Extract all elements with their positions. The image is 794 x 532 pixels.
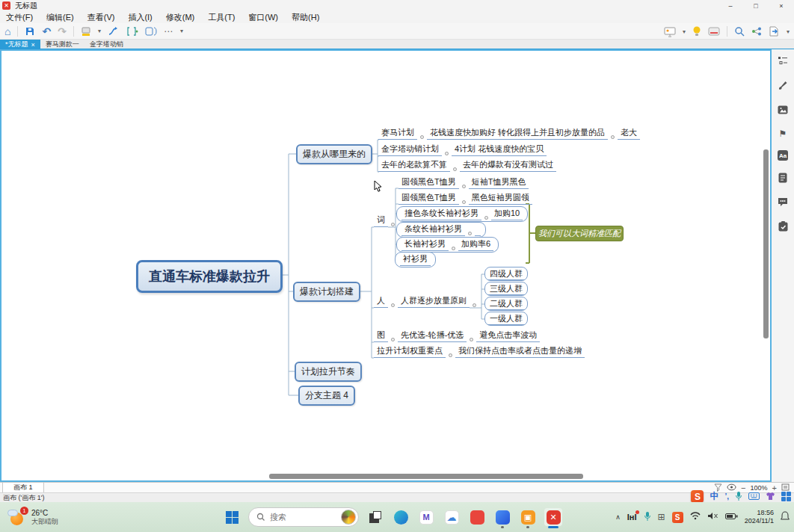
branch-topic-4[interactable]: 分支主题 4 [298, 386, 355, 406]
horizontal-scrollbar[interactable] [269, 474, 583, 479]
mic-icon[interactable] [735, 491, 742, 503]
export-caret[interactable]: ▾ [787, 28, 790, 35]
branch-topic-source[interactable]: 爆款从哪里来的 [296, 144, 372, 164]
skin-shirt-icon[interactable] [766, 492, 775, 502]
topic-people[interactable]: 人 [374, 295, 388, 308]
taskbar-search[interactable] [248, 507, 359, 527]
weather-widget[interactable]: 1 26°C 大部晴朗 [7, 508, 58, 526]
menu-help[interactable]: 帮助(H) [292, 12, 319, 23]
topic[interactable]: 去年的老款算不算 [378, 159, 450, 172]
volume-muted-icon[interactable] [707, 512, 718, 522]
central-topic[interactable]: 直通车标准爆款拉升 [136, 260, 283, 293]
expand-dot[interactable] [468, 232, 472, 235]
menu-insert[interactable]: 插入(I) [128, 12, 152, 23]
relationship-icon[interactable] [108, 25, 120, 38]
topic[interactable]: 赛马计划 [378, 127, 417, 140]
presentation-icon[interactable] [664, 25, 676, 38]
topic-word[interactable]: 词 [374, 214, 388, 227]
topic[interactable]: 拉升计划权重要点 [374, 345, 446, 358]
blue-app-icon[interactable] [493, 508, 511, 526]
tab-jinzita[interactable]: 金字塔动销 [84, 40, 129, 49]
outline-icon[interactable] [778, 55, 788, 68]
idea-bulb-icon[interactable] [692, 25, 701, 38]
fill-color-caret[interactable]: ▾ [98, 28, 101, 34]
topic[interactable]: 长袖衬衫男 [401, 238, 449, 251]
audience-level-box[interactable]: 二级人群 [484, 297, 528, 311]
red-app-icon[interactable] [468, 508, 486, 526]
home-icon[interactable]: ⌂ [4, 25, 10, 38]
search-highlight-image[interactable] [341, 510, 356, 525]
orange-app-icon[interactable]: ▣ [519, 508, 537, 526]
topic[interactable]: 花钱速度快加购好 转化跟得上并且初步放量的品 [427, 127, 608, 140]
note-icon[interactable] [778, 173, 788, 185]
tray-m-icon[interactable]: IнI [627, 513, 637, 522]
close-button[interactable]: × [769, 0, 794, 11]
more-tools-caret[interactable]: ▾ [180, 28, 183, 34]
m-app-icon[interactable]: M [417, 508, 435, 526]
topic[interactable]: 圆领黑色T恤男 [398, 192, 459, 205]
more-tools-icon[interactable]: ⋯ [164, 25, 173, 38]
summary-callout[interactable]: 我们可以大词精准匹配 [535, 226, 624, 241]
vertical-scrollbar[interactable] [763, 149, 769, 338]
clock[interactable]: 18:56 2024/11/1 [745, 509, 774, 526]
topic[interactable]: 先优选-轮播-优选 [398, 330, 467, 342]
font-icon[interactable]: Aa [778, 150, 788, 161]
expand-dot[interactable] [484, 216, 488, 220]
topic[interactable]: 金字塔动销计划 [378, 143, 442, 156]
presentation-caret[interactable]: ▾ [683, 28, 686, 35]
task-icon[interactable] [778, 221, 788, 234]
cloud-app-icon[interactable]: ☁ [443, 508, 461, 526]
tab-saima[interactable]: 赛马测款一 [40, 40, 84, 49]
summary-icon[interactable] [126, 25, 138, 38]
sogou-toolbox-icon[interactable] [781, 492, 791, 501]
tray-sogou-icon[interactable]: S [672, 512, 683, 523]
tab-close-icon[interactable]: × [31, 41, 35, 49]
topic[interactable]: 黑色短袖男圆领 [469, 192, 532, 205]
topic[interactable]: 衬衫男 [400, 253, 431, 266]
audience-level-box[interactable]: 一级人群 [484, 312, 528, 326]
topic[interactable]: 我们保持点击率或者点击量的递增 [455, 345, 585, 358]
branch-topic-rhythm[interactable]: 计划拉升节奏 [295, 362, 362, 382]
menu-window[interactable]: 窗口(W) [248, 12, 278, 23]
format-brush-icon[interactable] [778, 80, 788, 93]
expand-dot[interactable] [452, 247, 455, 250]
wifi-icon[interactable] [690, 512, 701, 522]
search-input[interactable] [270, 513, 330, 522]
menu-modify[interactable]: 修改(M) [166, 12, 195, 23]
edge-browser-icon[interactable] [392, 508, 410, 526]
topic[interactable]: 条纹长袖衬衫男 [401, 223, 465, 236]
topic[interactable] [475, 234, 481, 236]
topic[interactable]: 老大 [618, 127, 640, 140]
menu-view[interactable]: 查看(V) [87, 12, 115, 23]
topic[interactable]: 去年的爆款有没有测试过 [460, 159, 556, 172]
punctuation-icon[interactable]: ’, [724, 492, 729, 501]
topic-image[interactable]: 图 [374, 330, 388, 342]
expand-dot[interactable] [445, 152, 449, 155]
maximize-button[interactable]: □ [743, 0, 769, 11]
tray-capture-icon[interactable]: ⊞ [658, 512, 665, 522]
image-icon[interactable] [778, 105, 788, 117]
expand-dot[interactable] [611, 135, 615, 139]
canvas-tab[interactable]: 画布 1 [2, 483, 44, 492]
tray-mic-icon[interactable] [644, 511, 651, 524]
save-icon[interactable] [25, 25, 35, 38]
share-icon[interactable] [751, 25, 762, 38]
expand-dot[interactable] [473, 303, 476, 307]
comment-icon[interactable] [778, 197, 788, 209]
keyboard-icon[interactable] [748, 492, 760, 501]
boundary-icon[interactable] [145, 25, 157, 38]
topic[interactable]: 圆领黑色T恤男 [398, 176, 459, 189]
topic[interactable]: 避免点击率波动 [476, 330, 540, 342]
minimize-button[interactable]: – [718, 0, 743, 11]
menu-tools[interactable]: 工具(T) [208, 12, 235, 23]
banner-icon[interactable] [708, 25, 720, 38]
topic[interactable]: 加购10 [491, 208, 523, 220]
expand-dot[interactable] [470, 338, 473, 341]
topic[interactable]: 短袖T恤男黑色 [469, 176, 529, 189]
tab-untitled[interactable]: *无标题 × [0, 40, 40, 49]
menu-edit[interactable]: 编辑(E) [46, 12, 74, 23]
search-icon[interactable] [734, 25, 745, 38]
task-view-button[interactable] [366, 508, 384, 526]
sogou-logo-icon[interactable]: S [691, 490, 704, 503]
marker-flag-icon[interactable]: ⚑ [779, 129, 787, 138]
